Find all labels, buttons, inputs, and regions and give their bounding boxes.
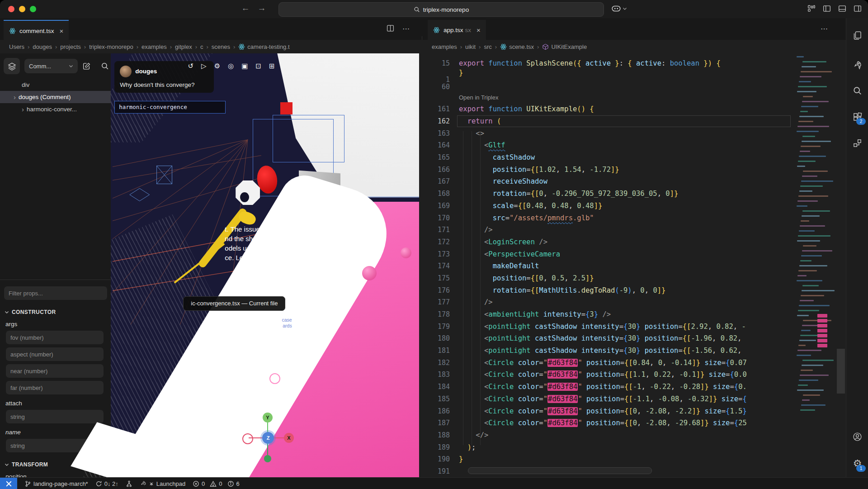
code-line[interactable]: 176 rotation={[MathUtils.degToRad(-9), 0… <box>422 284 793 296</box>
code-line[interactable]: 167 receiveShadow <box>422 176 793 188</box>
git-sync-item[interactable]: 0↓ 2↑ <box>95 480 118 487</box>
settings-gear-button[interactable]: ⚙ 1 <box>846 455 868 473</box>
code-line[interactable]: 186 <Circle color="#d63f84" position={[0… <box>422 405 793 417</box>
codelens-open-in-triplex[interactable]: Open in Triplex <box>459 94 498 101</box>
toggle-panel-icon[interactable] <box>838 5 846 13</box>
prop-input-near-number-[interactable] <box>6 364 104 378</box>
section-header-constructor[interactable]: CONSTRUCTOR <box>5 309 111 315</box>
code-line[interactable]: 168 rotation={[0, -0.296_705_972_839_036… <box>422 188 793 200</box>
code-line[interactable]: 185 <Circle color="#d63f84" position={[-… <box>422 393 793 405</box>
layers-button[interactable] <box>4 58 20 74</box>
toggle-sidebar-icon[interactable] <box>823 5 831 13</box>
breadcrumb-item[interactable]: c <box>200 43 203 50</box>
gizmo-z-axis[interactable]: Z <box>262 432 274 444</box>
code-line[interactable]: 165 castShadow <box>422 152 793 164</box>
code-line[interactable]: 171 /> <box>422 224 793 236</box>
prop-input-fov-number-[interactable] <box>6 331 104 344</box>
code-line[interactable]: 180 <pointLight castShadow intensity={30… <box>422 332 793 345</box>
code-line[interactable]: 173 <PerspectiveCamera <box>422 248 793 260</box>
code-line[interactable]: 170 src="/assets/pmndrs.glb" <box>422 212 793 224</box>
code-line[interactable]: 164 <Gltf <box>422 139 793 152</box>
breadcrumb-item[interactable]: projects <box>60 43 81 50</box>
component-selector[interactable]: Comm... <box>24 59 78 73</box>
code-line[interactable]: 178 <ambientLight intensity={3} /> <box>422 309 793 321</box>
grid-icon[interactable]: ⊞ <box>269 62 275 70</box>
code-line[interactable]: 182 <Circle color="#d63f84" position={[0… <box>422 356 793 369</box>
code-line[interactable]: 184 <Circle color="#d63f84" position={[-… <box>422 381 793 393</box>
code-line[interactable]: 179 <pointLight castShadow intensity={30… <box>422 320 793 332</box>
git-graph-item[interactable] <box>126 480 132 487</box>
horizontal-scrollbar[interactable] <box>468 467 652 474</box>
help-icon[interactable]: ? <box>333 62 336 70</box>
gear-icon[interactable]: ⚙ <box>214 62 220 70</box>
current-file-pill[interactable]: ic-convergence.tsx — Current file <box>183 296 285 311</box>
split-editor-icon[interactable] <box>387 24 394 33</box>
breadcrumb-item[interactable]: scenes <box>212 43 230 50</box>
breadcrumb-item[interactable]: examples <box>142 43 167 50</box>
back-icon[interactable]: ← <box>240 3 251 13</box>
breadcrumb-item[interactable]: triplex-monorepo <box>89 43 133 50</box>
vertical-scrollbar[interactable] <box>836 53 846 477</box>
undo-icon[interactable]: ↺ <box>188 62 194 70</box>
code-line[interactable]: } <box>422 69 793 76</box>
code-line[interactable]: 169 scale={[0.48, 0.48, 0.48]} <box>422 200 793 212</box>
code-line[interactable]: 175 position={[0, 0.5, 2.5]} <box>422 272 793 285</box>
components-button[interactable] <box>846 134 868 152</box>
code-line[interactable]: 190} <box>422 453 793 465</box>
prop-input-string[interactable] <box>6 410 104 423</box>
tree-item-douges-comment-[interactable]: ›douges (Comment) <box>0 91 111 103</box>
breadcrumb-item[interactable]: douges <box>33 43 52 50</box>
viewport-3d-scene[interactable]: t. The issue seems to be with th nd the … <box>111 53 419 477</box>
code-line[interactable]: 189 ); <box>422 441 793 453</box>
close-window-button[interactable] <box>8 6 14 12</box>
maximize-window-button[interactable] <box>30 6 36 12</box>
customize-layout-icon[interactable] <box>807 5 816 13</box>
account-button[interactable] <box>846 427 868 446</box>
box-icon[interactable]: ⊡ <box>255 62 261 70</box>
code-line[interactable]: 166 position={[1.02, 1.54, -1.72]} <box>422 163 793 176</box>
breadcrumb-item[interactable]: Users <box>9 43 24 50</box>
tree-item-harmonic-conver-[interactable]: ›harmonic-conver... <box>0 103 111 115</box>
search-button[interactable] <box>846 81 868 100</box>
code-line[interactable]: 60 <box>422 82 793 91</box>
target-icon[interactable]: ◎ <box>228 62 234 70</box>
breadcrumb-item[interactable]: gitplex <box>175 43 192 50</box>
code-line[interactable]: 183 <Circle color="#d63f84" position={[1… <box>422 369 793 381</box>
launchpad-item[interactable]: Launchpad <box>140 480 185 487</box>
search-bar[interactable]: triplex-monorepo <box>278 2 604 17</box>
extensions-button[interactable]: 2 <box>846 108 868 126</box>
code-line[interactable]: 162 return ( <box>422 115 793 128</box>
breadcrumb-item[interactable]: examples <box>432 43 457 50</box>
code-line[interactable]: 181 <pointLight castShadow intensity={30… <box>422 345 793 357</box>
more-actions-icon[interactable]: ⋯ <box>821 24 828 33</box>
launch-button[interactable] <box>846 56 868 74</box>
code-line[interactable]: 187 <Circle color="#d63f84" position={[0… <box>422 417 793 429</box>
chevron-right-icon[interactable]: › <box>14 93 16 101</box>
play-icon[interactable]: ▷ <box>201 62 207 70</box>
more-actions-icon[interactable]: ⋯ <box>402 24 410 33</box>
breadcrumb-item[interactable]: UIKitExample <box>542 43 587 50</box>
code-editor[interactable]: 15export function SplashScene({ active }… <box>422 53 793 477</box>
gizmo-neg-x-axis[interactable] <box>242 433 253 444</box>
code-line[interactable]: 15export function SplashScene({ active }… <box>422 57 793 69</box>
problems-item[interactable]: 0 0 6 <box>193 480 240 487</box>
frame-icon[interactable]: ▣ <box>241 62 248 70</box>
comment-file-tab[interactable]: harmonic-convergence <box>114 101 226 114</box>
code-line[interactable]: Open in Triplex <box>422 91 793 103</box>
gear-icon[interactable]: ⚙ <box>319 62 325 70</box>
tab-comment-tsx[interactable]: comment.tsx × <box>4 20 69 41</box>
gizmo-x-axis[interactable]: X <box>284 433 294 443</box>
tree-item-div[interactable]: div <box>0 79 111 91</box>
close-icon[interactable]: × <box>60 27 64 35</box>
code-line[interactable]: 163 <> <box>422 127 793 139</box>
breadcrumb-item[interactable]: uikit <box>465 43 476 50</box>
copy-pages-button[interactable] <box>846 26 868 44</box>
breadcrumb-item[interactable]: src <box>484 43 491 50</box>
code-line[interactable]: 174 makeDefault <box>422 260 793 272</box>
scrollbar-thumb[interactable] <box>837 349 845 394</box>
gizmo-neg-y-axis[interactable] <box>264 455 271 462</box>
edit-icon[interactable] <box>82 62 91 71</box>
filter-props-input[interactable] <box>4 286 107 300</box>
code-line[interactable]: 177 /> <box>422 296 793 309</box>
gizmo-y-axis[interactable]: Y <box>263 413 273 423</box>
